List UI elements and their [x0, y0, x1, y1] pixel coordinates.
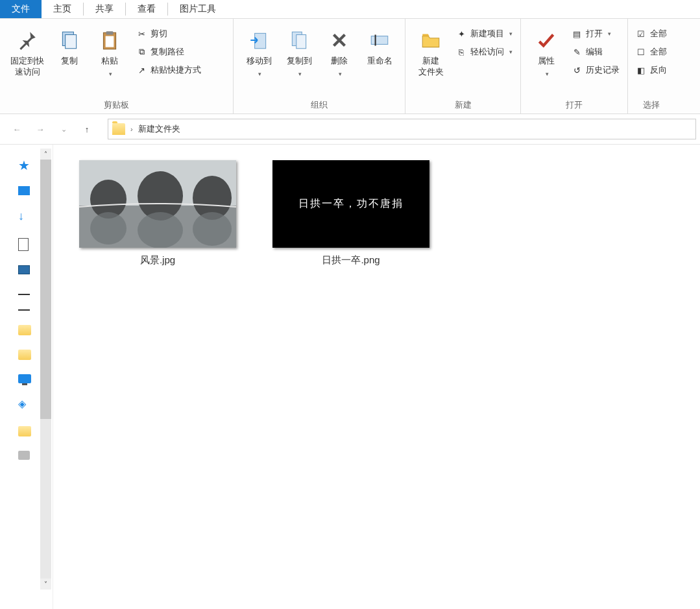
properties-button[interactable]: 属性 ▾ — [526, 26, 566, 81]
navigation-sidebar: ★ ↓ ◈ ˄ ˅ — [0, 145, 53, 609]
file-item[interactable]: 风景.jpg — [79, 160, 236, 267]
pin-label: 固定到快 速访问 — [10, 56, 44, 78]
edit-icon: ✎ — [572, 47, 582, 57]
sidebar-item-folder-2[interactable] — [18, 350, 31, 360]
copy-path-button[interactable]: ⧉ 复制路径 — [134, 44, 204, 60]
sidebar-item-drive[interactable] — [18, 451, 30, 460]
select-all-button[interactable]: ☑ 全部 — [633, 26, 670, 42]
move-to-button[interactable]: 移动到 ▾ — [239, 26, 279, 81]
open-label: 打开 — [586, 28, 603, 40]
folder-icon — [419, 29, 442, 52]
content-area: ★ ↓ ◈ ˄ ˅ — [0, 145, 700, 609]
file-list: 风景.jpg 日拱一卒，功不唐捐 日拱一卒.png — [53, 145, 700, 609]
scroll-thumb[interactable] — [40, 160, 51, 419]
open-button[interactable]: ▤ 打开 ▾ — [569, 26, 622, 42]
address-bar[interactable]: › 新建文件夹 — [108, 119, 696, 139]
svg-rect-3 — [106, 31, 114, 34]
paste-label: 粘贴 — [101, 56, 118, 67]
scroll-up-button[interactable]: ˄ — [40, 149, 51, 160]
tab-home[interactable]: 主页 — [42, 0, 83, 18]
tab-view[interactable]: 查看 — [126, 0, 167, 18]
history-button[interactable]: ↺ 历史记录 — [569, 62, 622, 78]
rename-label: 重命名 — [367, 56, 392, 67]
forward-button[interactable]: → — [32, 121, 48, 137]
sidebar-item-documents[interactable] — [18, 238, 29, 251]
back-button[interactable]: ← — [9, 121, 25, 137]
paste-shortcut-label: 粘贴快捷方式 — [151, 64, 201, 76]
svg-point-16 — [138, 212, 183, 248]
properties-label: 属性 — [538, 56, 555, 67]
cut-button[interactable]: ✂ 剪切 — [134, 26, 204, 42]
sidebar-item-folder-1[interactable] — [18, 325, 31, 335]
ribbon-group-label-organize: 组织 — [239, 99, 400, 113]
new-item-button[interactable]: ✦ 新建项目 ▾ — [453, 26, 515, 42]
chevron-down-icon: ▾ — [509, 49, 513, 55]
easy-access-button[interactable]: ⎘ 轻松访问 ▾ — [453, 44, 515, 60]
sidebar-item-quick-access[interactable]: ★ — [18, 158, 35, 172]
copy-to-icon — [287, 29, 311, 52]
menu-tabs: 文件 主页 共享 查看 图片工具 — [0, 0, 700, 19]
history-icon: ↺ — [572, 65, 582, 75]
breadcrumb-separator: › — [130, 125, 133, 133]
scroll-down-button[interactable]: ˅ — [40, 579, 51, 590]
sidebar-item-folder-3[interactable] — [18, 426, 31, 436]
sidebar-item-generic-2[interactable] — [18, 309, 30, 311]
invert-selection-button[interactable]: ◧ 反向 — [633, 62, 670, 78]
shortcut-icon: ↗ — [136, 65, 147, 75]
copy-icon — [58, 29, 81, 52]
rename-icon — [368, 29, 391, 52]
svg-rect-1 — [66, 35, 77, 49]
move-to-icon — [247, 29, 271, 52]
new-folder-button[interactable]: 新建 文件夹 — [411, 26, 451, 80]
scroll-track[interactable] — [40, 160, 51, 579]
sidebar-item-downloads[interactable]: ↓ — [18, 209, 35, 224]
tab-picture-tools[interactable]: 图片工具 — [168, 0, 228, 18]
chevron-down-icon: ▾ — [339, 71, 342, 78]
paste-button[interactable]: 粘贴 ▾ — [90, 26, 130, 81]
ribbon-group-select: ☑ 全部 ☐ 全部 ◧ 反向 选择 — [628, 19, 675, 113]
select-none-label: 全部 — [650, 46, 667, 58]
up-button[interactable]: ↑ — [79, 121, 95, 137]
pin-icon — [16, 29, 39, 52]
file-item[interactable]: 日拱一卒，功不唐捐 日拱一卒.png — [272, 160, 429, 267]
scissors-icon: ✂ — [136, 29, 147, 39]
copy-to-button[interactable]: 复制到 ▾ — [279, 26, 319, 81]
recent-locations-button[interactable]: ⌄ — [56, 121, 71, 137]
select-none-icon: ☐ — [636, 47, 646, 57]
svg-point-15 — [90, 212, 127, 245]
sidebar-item-desktop[interactable] — [18, 186, 30, 195]
chevron-down-icon: ▾ — [298, 71, 302, 78]
copy-path-label: 复制路径 — [151, 46, 184, 58]
tab-file[interactable]: 文件 — [0, 0, 42, 18]
copy-label: 复制 — [61, 56, 78, 67]
move-to-label: 移动到 — [247, 56, 272, 67]
sidebar-scrollbar[interactable]: ˄ ˅ — [40, 149, 51, 590]
delete-button[interactable]: 删除 ▾ — [319, 26, 359, 81]
select-none-button[interactable]: ☐ 全部 — [633, 44, 670, 60]
svg-rect-4 — [106, 36, 114, 47]
sidebar-item-pictures[interactable] — [18, 265, 35, 280]
paste-shortcut-button[interactable]: ↗ 粘贴快捷方式 — [134, 62, 204, 78]
nav-buttons: ← → ⌄ ↑ — [0, 121, 104, 137]
chevron-down-icon: ▾ — [546, 71, 549, 78]
svg-rect-8 — [371, 36, 388, 45]
ribbon-group-new: 新建 文件夹 ✦ 新建项目 ▾ ⎘ 轻松访问 ▾ 新建 — [405, 19, 521, 113]
edit-label: 编辑 — [586, 46, 603, 58]
easy-access-label: 轻松访问 — [470, 46, 504, 58]
pin-to-quick-access-button[interactable]: 固定到快 速访问 — [5, 26, 49, 80]
new-item-label: 新建项目 — [470, 28, 504, 40]
select-all-icon: ☑ — [636, 29, 646, 39]
rename-button[interactable]: 重命名 — [359, 26, 400, 69]
edit-button[interactable]: ✎ 编辑 — [569, 44, 622, 60]
easy-access-icon: ⎘ — [456, 47, 466, 57]
tab-share[interactable]: 共享 — [84, 0, 125, 18]
sidebar-item-network[interactable]: ◈ — [18, 398, 35, 412]
breadcrumb-current[interactable]: 新建文件夹 — [138, 123, 180, 135]
file-name: 风景.jpg — [140, 254, 175, 267]
invert-icon: ◧ — [636, 65, 646, 75]
sidebar-item-this-pc[interactable] — [18, 374, 31, 383]
sidebar-item-generic-1[interactable] — [18, 294, 30, 295]
copy-button[interactable]: 复制 — [49, 26, 90, 69]
ribbon-group-label-clipboard: 剪贴板 — [5, 99, 228, 113]
checkmark-icon — [535, 29, 558, 52]
